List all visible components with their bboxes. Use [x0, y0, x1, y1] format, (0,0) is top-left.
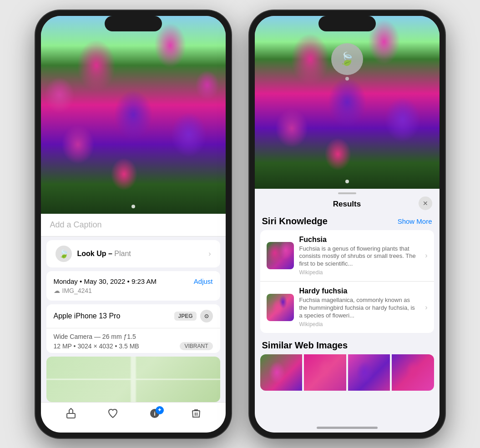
device-row: Apple iPhone 13 Pro JPEG ⊙ [46, 304, 220, 328]
hardy-thumbnail [267, 294, 294, 321]
right-phone: 🍃 Results ✕ Siri Knowledge Show More [249, 10, 445, 438]
photo-area[interactable] [41, 16, 226, 214]
notch [105, 16, 162, 31]
siri-bubble: 🍃 [331, 43, 363, 75]
leaf-icon: 🍃 [59, 249, 69, 259]
filename-row: ☁ IMG_4241 [54, 287, 213, 294]
fuchsia-source: Wikipedia [299, 269, 418, 276]
metadata-section: Monday • May 30, 2022 • 9:23 AM Adjust ☁… [46, 271, 220, 301]
device-name: Apple iPhone 13 Pro [54, 312, 121, 320]
lookup-label: Look Up – Plant [77, 250, 131, 258]
chevron-right-icon: › [208, 250, 211, 258]
right-page-indicator [345, 180, 349, 183]
left-phone: Add a Caption 🍃 Look Up – Plant › Monday… [35, 10, 231, 438]
camera-specs: Wide Camera — 26 mm ƒ1.5 12 MP • 3024 × … [46, 328, 220, 353]
fuchsia-desc: Fuchsia is a genus of flowering plants t… [299, 245, 418, 268]
location-icon: ⊙ [200, 310, 213, 322]
siri-leaf-icon: 🍃 [339, 51, 355, 66]
results-header: Results ✕ [255, 194, 440, 212]
fuchsia-chevron-icon: › [425, 252, 427, 260]
resolution: 12 MP • 3024 × 4032 • 3.5 MB VIBRANT [54, 342, 213, 350]
hardy-info: Hardy fuchsia Fuchsia magellanica, commo… [299, 287, 418, 327]
vibrant-badge: VIBRANT [180, 342, 212, 350]
info-badge: ✦ [156, 406, 164, 414]
info-panel: Add a Caption 🍃 Look Up – Plant › Monday… [41, 214, 226, 402]
caption-placeholder: Add a Caption [50, 220, 102, 229]
right-photo-area: 🍃 [255, 16, 440, 189]
svg-text:i: i [154, 410, 156, 417]
web-image-2[interactable] [304, 354, 346, 391]
hardy-chevron-icon: › [425, 303, 427, 312]
filename: IMG_4241 [62, 287, 92, 294]
heart-button[interactable] [107, 408, 118, 419]
svg-rect-0 [67, 413, 75, 418]
trash-button[interactable] [191, 408, 201, 419]
siri-knowledge-title: Siri Knowledge [262, 216, 328, 227]
fuchsia-info: Fuchsia Fuchsia is a genus of flowering … [299, 236, 418, 276]
format-badge: JPEG [174, 312, 196, 321]
fuchsia-thumbnail [267, 242, 294, 269]
lookup-row[interactable]: 🍃 Look Up – Plant › [46, 240, 220, 267]
adjust-button[interactable]: Adjust [194, 277, 213, 285]
info-button[interactable]: i ✦ [149, 408, 160, 419]
knowledge-section: Siri Knowledge Show More Fuchsia Fuchsia… [255, 216, 440, 333]
right-screen: 🍃 Results ✕ Siri Knowledge Show More [255, 16, 440, 433]
knowledge-item-hardy[interactable]: Hardy fuchsia Fuchsia magellanica, commo… [260, 282, 434, 333]
siri-dot [345, 77, 349, 81]
web-image-3[interactable] [348, 354, 390, 391]
page-indicator [131, 205, 135, 208]
web-image-4[interactable] [392, 354, 434, 391]
section-header: Siri Knowledge Show More [260, 216, 434, 227]
map-area[interactable] [46, 357, 220, 402]
web-images-title: Similar Web Images [260, 340, 434, 351]
knowledge-item-fuchsia[interactable]: Fuchsia Fuchsia is a genus of flowering … [260, 230, 434, 282]
right-home-indicator [317, 427, 378, 429]
photo-date: Monday • May 30, 2022 • 9:23 AM [54, 277, 157, 285]
device-section: Apple iPhone 13 Pro JPEG ⊙ Wide Camera —… [46, 304, 220, 353]
caption-area[interactable]: Add a Caption [41, 214, 226, 237]
badges: JPEG ⊙ [174, 310, 212, 322]
show-more-button[interactable]: Show More [398, 217, 432, 225]
hardy-desc: Fuchsia magellanica, commonly known as t… [299, 297, 418, 320]
web-images-row [260, 354, 434, 391]
fuchsia-title: Fuchsia [299, 236, 418, 244]
right-notch [318, 16, 376, 31]
results-panel: Results ✕ Siri Knowledge Show More Fuchs… [255, 189, 440, 433]
left-screen: Add a Caption 🍃 Look Up – Plant › Monday… [41, 16, 226, 433]
hardy-source: Wikipedia [299, 321, 418, 327]
close-button[interactable]: ✕ [419, 196, 432, 210]
knowledge-card: Fuchsia Fuchsia is a genus of flowering … [260, 230, 434, 333]
wide-camera: Wide Camera — 26 mm ƒ1.5 [54, 333, 213, 340]
share-button[interactable] [66, 408, 76, 419]
web-image-1[interactable] [260, 354, 303, 391]
results-title: Results [333, 200, 361, 209]
home-indicator [103, 427, 164, 429]
web-images-section: Similar Web Images [255, 340, 440, 391]
cloud-icon: ☁ [54, 287, 60, 294]
lookup-icon: 🍃 [56, 246, 72, 262]
hardy-title: Hardy fuchsia [299, 287, 418, 295]
